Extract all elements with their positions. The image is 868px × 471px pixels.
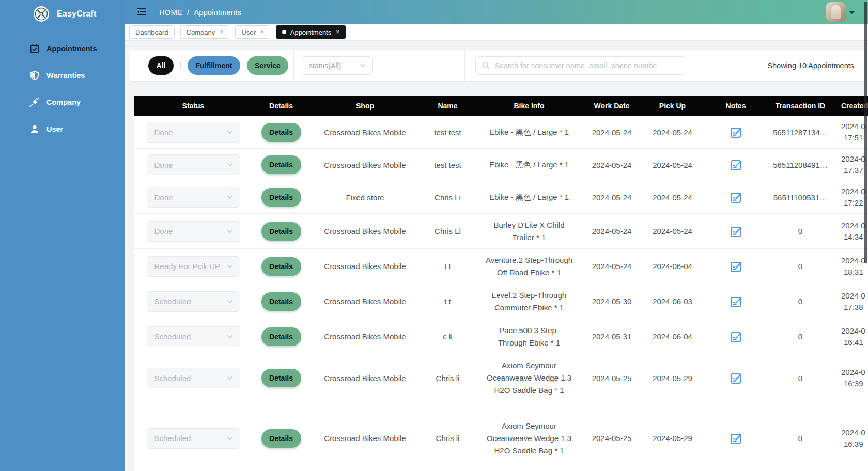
chevron-down-icon	[227, 300, 233, 304]
divider	[180, 61, 181, 70]
bike-info-cell: Ebike - 黑色 / Large * 1	[475, 159, 583, 171]
sidebar-nav: Appointments Warranties Company	[0, 35, 125, 143]
notes-cell	[705, 330, 767, 343]
shop-cell: Crossroad Bikes Mobile	[309, 374, 421, 383]
status-select[interactable]: Scheduled	[147, 326, 240, 347]
tab-user[interactable]: User ×	[235, 25, 270, 39]
details-button[interactable]: Details	[261, 257, 301, 276]
status-select[interactable]: Done	[147, 154, 240, 175]
vertical-scrollbar-thumb[interactable]	[864, 2, 867, 263]
notes-cell	[705, 371, 767, 385]
status-select[interactable]: Done	[147, 122, 240, 143]
column-header-transaction-id: Transaction ID	[767, 102, 834, 110]
pick-up-cell: 2024-05-24	[640, 227, 705, 236]
details-button[interactable]: Details	[261, 369, 301, 387]
table-row: ScheduledDetailsCrossroad Bikes MobileCh…	[134, 402, 868, 471]
details-button[interactable]: Details	[261, 292, 301, 311]
notes-cell	[705, 125, 767, 139]
pick-up-cell: 2024-06-03	[640, 297, 705, 306]
menu-fold-icon[interactable]	[137, 8, 146, 16]
tab-company[interactable]: Company ×	[180, 25, 230, 39]
note-edit-icon[interactable]	[729, 371, 742, 385]
status-dropdown[interactable]: status(All)	[302, 56, 373, 75]
transaction-id-cell: 0	[767, 332, 834, 341]
details-button[interactable]: Details	[261, 327, 301, 346]
details-button[interactable]: Details	[261, 155, 301, 174]
status-value: Scheduled	[154, 297, 227, 306]
chevron-down-icon	[227, 335, 233, 339]
notes-cell	[705, 432, 767, 445]
search-input[interactable]	[494, 61, 678, 70]
chevron-down-icon	[227, 195, 233, 199]
chevron-down-icon	[227, 376, 233, 380]
tab-label: Company	[187, 28, 215, 36]
tab-label: User	[241, 28, 255, 36]
chevron-down-icon	[360, 64, 366, 68]
status-select[interactable]: Scheduled	[147, 291, 240, 312]
appointments-table: Status Details Shop Name Bike Info Work …	[134, 96, 868, 471]
chevron-down-icon[interactable]	[849, 11, 855, 14]
details-button[interactable]: Details	[261, 188, 301, 207]
status-value: Done	[154, 227, 227, 236]
details-button[interactable]: Details	[261, 429, 301, 448]
sidebar-item-company[interactable]: Company	[0, 89, 125, 116]
column-header-pick-up: Pick Up	[640, 102, 705, 110]
tab-strip: Dashboard Company × User × Appointments …	[125, 24, 868, 41]
close-icon[interactable]: ×	[220, 29, 223, 35]
close-icon[interactable]: ×	[336, 29, 339, 35]
note-edit-icon[interactable]	[729, 295, 742, 308]
filter-fulfillment-button[interactable]: Fulfillment	[188, 56, 240, 75]
sidebar-item-label: Warranties	[47, 71, 85, 80]
sidebar-item-label: Company	[47, 98, 81, 106]
tab-dashboard[interactable]: Dashboard	[129, 25, 175, 39]
details-button[interactable]: Details	[261, 123, 301, 142]
filter-bar: All Fulfillment Service status(All)	[129, 50, 865, 81]
details-button[interactable]: Details	[261, 222, 301, 241]
filter-service-button[interactable]: Service	[247, 56, 288, 75]
column-header-name: Name	[421, 102, 475, 110]
work-date-cell: 2024-05-24	[583, 227, 640, 236]
work-date-cell: 2024-05-31	[583, 332, 640, 341]
status-select[interactable]: Done	[147, 187, 240, 208]
status-select[interactable]: Scheduled	[147, 428, 240, 449]
active-tab-dot-icon	[282, 30, 286, 34]
note-edit-icon[interactable]	[729, 330, 742, 343]
table-row: ScheduledDetailsCrossroad Bikes MobileCh…	[134, 354, 868, 402]
created-cell: 2024-016:41	[834, 325, 868, 348]
sidebar-item-user[interactable]: User	[0, 116, 125, 143]
sidebar-item-appointments[interactable]: Appointments	[0, 35, 125, 62]
column-header-notes: Notes	[705, 102, 767, 110]
note-edit-icon[interactable]	[729, 225, 742, 238]
close-icon[interactable]: ×	[260, 29, 264, 35]
search-box	[475, 56, 685, 75]
name-cell: t t	[421, 262, 475, 271]
work-date-cell: 2024-05-24	[583, 128, 640, 137]
sidebar-item-warranties[interactable]: Warranties	[0, 62, 125, 89]
note-edit-icon[interactable]	[729, 191, 742, 204]
shop-cell: Crossroad Bikes Mobile	[309, 434, 421, 443]
note-edit-icon[interactable]	[729, 158, 742, 171]
filter-all-button[interactable]: All	[148, 56, 174, 75]
status-value: Scheduled	[154, 374, 227, 383]
chevron-down-icon	[227, 163, 233, 167]
name-cell: Chris li	[421, 374, 475, 383]
created-cell: 2024-016:39	[834, 367, 868, 389]
pick-up-cell: 2024-06-04	[640, 262, 705, 271]
status-select[interactable]: Ready For Pcik UP	[147, 256, 240, 277]
column-header-shop: Shop	[309, 102, 421, 110]
note-edit-icon[interactable]	[729, 125, 742, 139]
tab-appointments[interactable]: Appointments ×	[276, 25, 346, 39]
breadcrumb-separator: /	[187, 8, 189, 17]
work-date-cell: 2024-05-25	[583, 434, 640, 443]
pick-up-cell: 2024-05-24	[640, 128, 705, 137]
breadcrumb-home[interactable]: HOME	[159, 8, 182, 17]
note-edit-icon[interactable]	[729, 432, 742, 445]
note-edit-icon[interactable]	[729, 260, 742, 273]
sidebar-item-label: User	[47, 125, 63, 133]
avatar[interactable]	[826, 2, 846, 22]
calendar-check-icon	[29, 43, 40, 54]
status-select[interactable]: Scheduled	[147, 368, 240, 388]
status-select[interactable]: Done	[147, 221, 240, 242]
notes-cell	[705, 158, 767, 171]
status-value: Done	[154, 193, 227, 202]
